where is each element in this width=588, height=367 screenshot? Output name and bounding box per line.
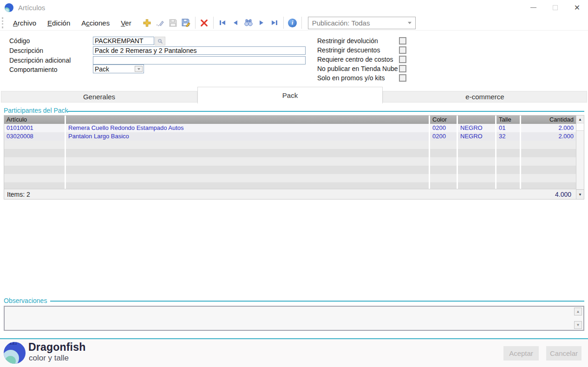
save-edit-icon — [182, 19, 190, 27]
find-icon — [244, 19, 253, 26]
tab-generales[interactable]: Generales — [1, 91, 197, 103]
cell-code: 01010001 — [4, 124, 65, 132]
cancelar-button[interactable]: Cancelar — [546, 346, 581, 361]
table-empty-row[interactable] — [4, 174, 576, 182]
cell-code: 03020008 — [4, 132, 65, 141]
comportamiento-combo[interactable]: Pack — [93, 64, 144, 73]
info-button[interactable]: i — [287, 17, 298, 29]
previous-record-icon — [233, 20, 238, 26]
chevron-down-icon[interactable] — [135, 66, 143, 72]
requiere-centro-costos-label: Requiere centro de costos — [317, 56, 393, 63]
toolbar-separator — [213, 17, 214, 29]
minimize-button[interactable] — [523, 0, 544, 15]
scroll-up-button[interactable]: ▲ — [576, 116, 584, 123]
delete-button[interactable] — [199, 17, 210, 29]
scroll-down-button[interactable]: ▼ — [576, 189, 584, 199]
save-icon — [169, 19, 177, 27]
obs-scroll-up-button[interactable]: ▲ — [574, 308, 582, 315]
comportamiento-label: Comportamiento — [9, 66, 58, 73]
codigo-search-button[interactable] — [155, 37, 165, 45]
minimize-icon — [530, 7, 536, 8]
edit-button[interactable] — [155, 17, 166, 29]
codigo-input[interactable] — [93, 37, 154, 45]
table-empty-row[interactable] — [4, 157, 576, 166]
close-button[interactable]: ✕ — [566, 0, 588, 15]
tab-pack[interactable]: Pack — [197, 87, 383, 103]
toolbar-separator — [283, 17, 284, 29]
maximize-icon — [553, 5, 558, 10]
descripcion-input[interactable] — [93, 46, 306, 55]
info-icon: i — [288, 19, 297, 27]
table-empty-row[interactable] — [4, 149, 576, 157]
save-button-disabled[interactable] — [168, 17, 179, 29]
last-record-button[interactable] — [269, 17, 280, 29]
table-scrollbar[interactable]: ▲ ▼ — [576, 116, 584, 199]
codigo-label: Código — [9, 37, 30, 45]
descripcion-adicional-label: Descripción adicional — [9, 57, 71, 64]
aceptar-button[interactable]: Aceptar — [503, 346, 539, 361]
triangle-up-icon: ▲ — [576, 309, 580, 314]
header-articulo[interactable]: Artículo — [4, 116, 65, 124]
table-footer: Items: 2 4.000 — [4, 189, 576, 199]
solo-promos-kits-checkbox[interactable] — [399, 74, 406, 82]
brand-tagline: color y talle — [29, 354, 69, 363]
chevron-down-icon — [408, 22, 412, 24]
maximize-button[interactable] — [544, 0, 566, 15]
restringir-descuentos-checkbox[interactable] — [399, 46, 406, 54]
no-publicar-tienda-nube-checkbox[interactable] — [399, 65, 406, 72]
publication-combo[interactable]: Publicación: Todas — [308, 17, 416, 29]
cell-talle: 01 — [497, 124, 520, 132]
table-header-row[interactable]: Artículo Color Talle Cantidad — [4, 116, 576, 124]
observaciones-rule — [50, 301, 584, 302]
triangle-up-icon: ▲ — [578, 117, 582, 122]
table-row[interactable]: 03020008 Pantalon Largo Basico 0200 NEGR… — [4, 132, 576, 141]
app-logo-icon — [5, 3, 13, 12]
next-record-button[interactable] — [256, 17, 267, 29]
menu-acciones[interactable]: Acciones — [76, 19, 115, 27]
scrollbar-thumb[interactable] — [576, 123, 584, 131]
header-talle[interactable]: Talle — [497, 116, 520, 124]
cell-description: Pantalon Largo Basico — [66, 132, 429, 141]
close-icon: ✕ — [574, 3, 580, 12]
pack-section-rule — [67, 111, 584, 112]
restringir-devolucion-checkbox[interactable] — [399, 37, 406, 45]
cell-talle: 32 — [497, 132, 520, 141]
triangle-down-icon: ▼ — [576, 323, 580, 327]
header-cantidad[interactable]: Cantidad — [521, 116, 576, 124]
tab-ecommerce[interactable]: e-commerce — [383, 91, 587, 103]
header-color[interactable]: Color — [430, 116, 457, 124]
save-edit-button[interactable] — [181, 17, 192, 29]
items-count: Items: 2 — [7, 191, 30, 198]
add-button[interactable] — [142, 17, 153, 29]
requiere-centro-costos-checkbox[interactable] — [399, 56, 406, 63]
toolbar-grip[interactable] — [2, 17, 4, 28]
title-bar: Artículos ✕ — [0, 0, 588, 15]
quantity-total: 4.000 — [555, 191, 571, 198]
tab-strip: Generales Pack e-commerce — [0, 87, 588, 103]
table-empty-row[interactable] — [4, 166, 576, 174]
first-record-button[interactable] — [217, 17, 228, 29]
observaciones-textarea[interactable]: ▲ ▼ — [4, 306, 584, 331]
footer-bar: Dragonfish color y talle Aceptar Cancela… — [0, 339, 588, 367]
restringir-descuentos-label: Restringir descuentos — [317, 46, 380, 54]
menu-edicion[interactable]: Edición — [42, 19, 76, 27]
delete-icon — [200, 19, 208, 27]
window-controls: ✕ — [523, 0, 588, 15]
publication-combo-value: Publicación: Todas — [312, 19, 370, 27]
add-icon — [143, 19, 151, 27]
obs-scroll-down-button[interactable]: ▼ — [574, 321, 582, 329]
window-title: Artículos — [18, 4, 45, 12]
menu-archivo[interactable]: Archivo — [7, 19, 42, 27]
menu-ver[interactable]: Ver — [115, 19, 137, 27]
descripcion-adicional-input[interactable] — [93, 56, 306, 64]
solo-promos-kits-label: Solo en promos y/o kits — [317, 74, 385, 82]
search-icon — [157, 39, 163, 44]
table-empty-row[interactable] — [4, 141, 576, 149]
table-row[interactable]: 01010001 Remera Cuello Redondo Estampado… — [4, 124, 576, 132]
descripcion-label: Descripción — [9, 47, 43, 54]
header-color-name[interactable] — [458, 116, 495, 124]
header-descripcion[interactable] — [66, 116, 429, 124]
previous-record-button[interactable] — [230, 17, 241, 29]
find-button[interactable] — [243, 17, 254, 29]
restringir-devolucion-label: Restringir devolución — [317, 37, 378, 45]
